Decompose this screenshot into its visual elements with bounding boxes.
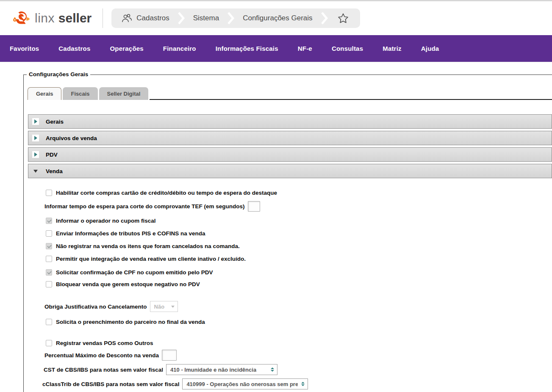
breadcrumb-item-sistema[interactable]: Sistema (193, 14, 219, 22)
accordion-pdv[interactable]: PDV (28, 147, 552, 162)
breadcrumb-chevron-icon (227, 12, 234, 25)
tab-fiscais[interactable]: Fiscais (63, 87, 97, 100)
collapse-arrow-icon (32, 168, 39, 174)
select-value: 410999 - Operações não onerosas sem pre (186, 381, 298, 387)
linx-seller-logo[interactable]: linx seller (12, 10, 92, 27)
field-row-percentual-desconto: Percentual Máximo de Desconto na venda (46, 350, 552, 361)
accordion-list: Gerais Arquivos de venda PDV Venda (28, 114, 552, 178)
checkbox-row-reativar-cliente: Permitir que integração de venda reative… (46, 255, 552, 262)
checkbox-nao-registrar-cancelados (46, 243, 52, 249)
field-row-obriga-justificativa: Obriga Justificativa no Cancelamento Não (46, 301, 552, 312)
field-label: Obriga Justificativa no Cancelamento (44, 304, 147, 310)
tab-bar: Gerais Fiscais Seller Digital (28, 75, 552, 100)
accordion-label: Gerais (46, 119, 64, 125)
accordion-venda[interactable]: Venda (28, 164, 552, 178)
header-divider (103, 8, 103, 28)
field-label: cClassTrib de CBS/IBS para notas sem val… (42, 381, 179, 387)
expand-arrow-icon (32, 151, 39, 158)
tempo-espera-tef-input[interactable] (248, 201, 260, 212)
nav-item-ajuda[interactable]: Ajuda (411, 45, 449, 52)
select-updown-icon (301, 382, 305, 386)
breadcrumb-label: Cadastros (136, 14, 169, 22)
breadcrumb: Cadastros Sistema Configurações Gerais (111, 8, 360, 28)
users-icon (121, 13, 132, 24)
checkbox-row-habilitar-corte: Habilitar corte compras cartão de crédit… (46, 189, 552, 196)
nav-item-operacoes[interactable]: Operações (100, 45, 153, 52)
checkbox-solicita-parceiro[interactable] (46, 319, 52, 325)
nav-item-favoritos[interactable]: Favoritos (0, 45, 49, 52)
panel-legend: Configurações Gerais (27, 71, 90, 77)
app-header: linx seller Cadastros Sistema Config (0, 1, 552, 35)
checkbox-row-solicita-parceiro: Solicita o preenchimento do parceiro no … (46, 318, 552, 325)
field-row-tempo-espera-tef: Informar tempo de espera para corte do c… (46, 201, 552, 212)
breadcrumb-label: Sistema (193, 14, 219, 22)
checkbox-enviar-pis-cofins[interactable] (46, 230, 52, 237)
configuracoes-gerais-panel: Configurações Gerais Gerais Fiscais Sell… (23, 75, 552, 392)
checkbox-label: Não registrar na venda os itens que fora… (56, 243, 240, 249)
checkbox-habilitar-corte[interactable] (46, 190, 52, 196)
field-row-cst-cbs-ibs: CST de CBS/IBS para notas sem valor fisc… (46, 364, 552, 375)
favorite-star-icon[interactable] (337, 13, 349, 24)
nav-item-informacoes-fiscais[interactable]: Informações Fiscais (206, 45, 288, 52)
tab-seller-digital[interactable]: Seller Digital (99, 87, 149, 100)
obriga-justificativa-select: Não (150, 301, 178, 312)
venda-section-body: Habilitar corte compras cartão de crédit… (24, 180, 552, 389)
checkbox-informar-operador (46, 218, 52, 224)
checkbox-bloquear-estoque-negativo[interactable] (46, 281, 52, 287)
checkbox-label: Informar o operador no cupom fiscal (56, 218, 156, 224)
brand-wordmark: linx seller (35, 11, 92, 25)
expand-arrow-icon (32, 135, 39, 141)
checkbox-confirmar-cpf (46, 269, 52, 276)
checkbox-label: Permitir que integração de venda reative… (56, 256, 246, 262)
checkbox-row-informar-operador: Informar o operador no cupom fiscal (46, 217, 552, 224)
nav-item-consultas[interactable]: Consultas (322, 45, 373, 52)
checkbox-row-vendas-pos-outros: Registrar vendas POS como Outros (46, 340, 552, 346)
accordion-label: PDV (46, 152, 58, 158)
breadcrumb-item-configuracoes-gerais[interactable]: Configurações Gerais (243, 14, 312, 22)
breadcrumb-chevron-icon (321, 12, 328, 25)
chevron-down-icon (171, 306, 175, 308)
nav-item-nfe[interactable]: NF-e (288, 45, 322, 52)
breadcrumb-label: Configurações Gerais (243, 14, 312, 22)
select-value: 410 - Imunidade e não incidência (170, 367, 256, 373)
select-updown-icon (271, 367, 274, 372)
checkbox-label: Habilitar corte compras cartão de crédit… (56, 190, 277, 196)
field-label: Percentual Máximo de Desconto na venda (44, 352, 159, 359)
tab-baseline (150, 86, 552, 100)
accordion-gerais[interactable]: Gerais (28, 114, 552, 129)
percentual-desconto-input[interactable] (162, 350, 177, 361)
checkbox-vendas-pos-outros[interactable] (46, 340, 52, 346)
checkbox-label: Solicitar confirmação de CPF no cupom em… (56, 269, 213, 276)
checkbox-reativar-cliente[interactable] (46, 256, 52, 262)
accordion-label: Arquivos de venda (46, 135, 97, 141)
field-label: Informar tempo de espera para corte do c… (44, 203, 245, 210)
checkbox-row-nao-registrar-cancelados: Não registrar na venda os itens que fora… (46, 243, 552, 249)
checkbox-label: Registrar vendas POS como Outros (56, 340, 153, 346)
checkbox-label: Solicita o preenchimento do parceiro no … (56, 319, 205, 325)
nav-item-matriz[interactable]: Matriz (373, 45, 411, 52)
main-menu-bar: Favoritos Cadastros Operações Financeiro… (0, 35, 552, 62)
field-row-cclasstrib-cbs-ibs: cClassTrib de CBS/IBS para notas sem val… (46, 378, 552, 389)
checkbox-label: Bloquear venda que gerem estoque negativ… (56, 281, 200, 287)
breadcrumb-chevron-icon (178, 12, 185, 25)
nav-item-cadastros[interactable]: Cadastros (49, 45, 100, 52)
breadcrumb-item-cadastros[interactable]: Cadastros (121, 13, 169, 24)
nav-item-financeiro[interactable]: Financeiro (153, 45, 206, 52)
linx-logo-icon (12, 10, 31, 27)
expand-arrow-icon (32, 118, 39, 125)
accordion-arquivos-de-venda[interactable]: Arquivos de venda (28, 131, 552, 145)
checkbox-row-enviar-pis-cofins: Enviar Informações de tributos PIS e COF… (46, 230, 552, 237)
checkbox-row-confirmar-cpf: Solicitar confirmação de CPF no cupom em… (46, 269, 552, 276)
accordion-label: Venda (46, 168, 63, 174)
select-value: Não (154, 304, 165, 310)
field-label: CST de CBS/IBS para notas sem valor fisc… (44, 367, 163, 373)
checkbox-row-bloquear-estoque-negativo: Bloquear venda que gerem estoque negativ… (46, 281, 552, 287)
cclasstrib-cbs-ibs-select[interactable]: 410999 - Operações não onerosas sem pre (182, 378, 308, 389)
tab-gerais[interactable]: Gerais (28, 87, 61, 100)
checkbox-label: Enviar Informações de tributos PIS e COF… (56, 230, 205, 237)
cst-cbs-ibs-select[interactable]: 410 - Imunidade e não incidência (166, 364, 277, 375)
